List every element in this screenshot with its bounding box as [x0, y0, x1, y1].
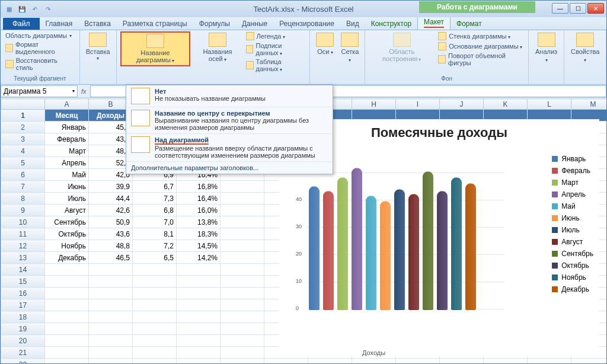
bar-1[interactable]	[323, 191, 334, 310]
group-label-background: Фон	[369, 75, 524, 84]
undo-icon[interactable]: ↶	[30, 4, 40, 14]
data-labels-icon	[246, 45, 254, 53]
data-table-button[interactable]: Таблица данных	[245, 58, 306, 73]
legend-item[interactable]: Июнь	[552, 214, 593, 222]
picture-icon	[89, 33, 107, 47]
axes-button[interactable]: Оси	[314, 31, 336, 57]
gridlines-icon	[341, 33, 359, 47]
fx-label[interactable]: fx	[78, 88, 90, 95]
legend-item[interactable]: Ноябрь	[552, 273, 593, 282]
tab-insert[interactable]: Вставка	[78, 18, 117, 30]
insert-button[interactable]: Вставка▾	[84, 31, 113, 63]
col-header[interactable]: K	[484, 99, 528, 110]
reset-style[interactable]: Восстановить стиль	[4, 56, 76, 72]
legend-item[interactable]: Январь	[552, 155, 593, 163]
tab-home[interactable]: Главная	[40, 18, 79, 30]
legend-item[interactable]: Июль	[552, 226, 593, 234]
tab-page[interactable]: Разметка страницы	[117, 18, 193, 30]
axis-titles-icon	[209, 33, 226, 47]
bar-2[interactable]	[337, 177, 348, 310]
axis-titles-button[interactable]: Названия осей	[193, 31, 242, 64]
axes-icon	[316, 33, 334, 47]
format-selection[interactable]: Формат выделенного	[4, 40, 76, 56]
tab-format[interactable]: Формат	[451, 18, 488, 30]
analysis-icon	[538, 33, 555, 47]
chart-title-icon	[146, 34, 164, 48]
none-icon	[131, 88, 150, 104]
plot-area: 01020304050	[297, 173, 504, 321]
bar-4[interactable]	[366, 196, 376, 310]
plot-area-icon	[393, 33, 411, 47]
bar-5[interactable]	[380, 201, 391, 310]
chart-title-button[interactable]: Название диаграммы	[120, 31, 191, 66]
excel-icon: ▦	[4, 4, 14, 14]
group-label-selection: Текущий фрагмент	[4, 75, 76, 84]
floor-icon	[438, 42, 446, 50]
tab-file[interactable]: Файл	[3, 18, 40, 30]
data-table-icon	[246, 61, 254, 69]
properties-button[interactable]: Свойства	[568, 31, 602, 65]
legend-item[interactable]: Май	[552, 202, 593, 210]
bar-0[interactable]	[309, 186, 320, 310]
legend-icon	[246, 32, 254, 40]
wall-icon	[438, 32, 446, 40]
legend-item[interactable]: Февраль	[552, 167, 593, 175]
dd-option-none[interactable]: НетНе показывать название диаграммы	[126, 85, 333, 107]
col-header[interactable]: J	[440, 99, 484, 110]
chart-floor-button[interactable]: Основание диаграммы	[437, 41, 525, 51]
legend-item[interactable]: Декабрь	[552, 285, 593, 293]
bar-3[interactable]	[352, 168, 362, 310]
bar-9[interactable]	[437, 191, 448, 310]
tab-view[interactable]: Вид	[340, 18, 365, 30]
legend-item[interactable]: Сентябрь	[552, 250, 593, 258]
redo-icon[interactable]: ↷	[43, 4, 53, 14]
legend-button[interactable]: Легенда	[245, 31, 306, 41]
titlebar: ▦ 💾 ↶ ↷ TectArk.xlsx - Microsoft Excel Р…	[1, 1, 606, 17]
tab-formulas[interactable]: Формулы	[193, 18, 236, 30]
chart-legend[interactable]: ЯнварьФевральМартАпрельМайИюньИюльАвгуст…	[552, 155, 593, 293]
plot-area-button: Область построения	[369, 31, 435, 64]
chart-wall-button[interactable]: Стенка диаграммы	[437, 31, 525, 41]
maximize-button[interactable]: ☐	[570, 3, 586, 14]
centered-icon	[131, 110, 150, 126]
gridlines-button[interactable]: Сетка	[338, 31, 361, 65]
col-header[interactable]: M	[571, 99, 608, 110]
x-axis-label: Доходы	[362, 349, 385, 356]
dd-option-above[interactable]: Над диаграммойРазмещение названия вверху…	[126, 134, 333, 162]
rotation-3d-button[interactable]: Поворот объемной фигуры	[437, 52, 525, 67]
chart-area-select[interactable]: Область диаграммы▾	[4, 31, 76, 40]
col-header[interactable]: L	[528, 99, 571, 110]
tab-design[interactable]: Конструктор	[365, 18, 417, 30]
window-title: TectArk.xlsx - Microsoft Excel	[253, 5, 353, 14]
close-button[interactable]: ✕	[587, 3, 604, 14]
legend-item[interactable]: Апрель	[552, 190, 593, 199]
above-icon	[131, 136, 150, 153]
tab-data[interactable]: Данные	[236, 18, 273, 30]
tab-review[interactable]: Рецензирование	[273, 18, 340, 30]
legend-item[interactable]: Март	[552, 178, 593, 187]
bar-10[interactable]	[451, 177, 462, 310]
name-box[interactable]: Диаграмма 5▾	[1, 85, 78, 97]
bar-6[interactable]	[394, 189, 405, 310]
ribbon: Область диаграммы▾ Формат выделенного Во…	[1, 30, 606, 85]
bar-11[interactable]	[465, 183, 476, 310]
rotation-icon	[438, 55, 446, 63]
legend-item[interactable]: Август	[552, 238, 593, 246]
col-header[interactable]: H	[352, 99, 396, 110]
dd-more-options[interactable]: Дополнительные параметры заголовков...	[126, 162, 333, 174]
chart-title-dropdown: НетНе показывать название диаграммы Назв…	[126, 85, 333, 174]
tab-layout[interactable]: Макет	[417, 15, 451, 30]
data-labels-button[interactable]: Подписи данных	[245, 41, 306, 57]
minimize-button[interactable]: —	[552, 3, 568, 14]
col-header[interactable]: A	[45, 99, 89, 110]
save-icon[interactable]: 💾	[17, 4, 27, 14]
legend-item[interactable]: Октябрь	[552, 261, 593, 270]
bar-8[interactable]	[423, 171, 433, 310]
col-header[interactable]: I	[396, 99, 440, 110]
dd-option-centered[interactable]: Название по центру с перекрытиемВыравнив…	[126, 107, 333, 134]
ribbon-tabs: Файл Главная Вставка Разметка страницы Ф…	[1, 17, 606, 30]
bar-7[interactable]	[408, 194, 419, 310]
analysis-button[interactable]: Анализ	[532, 31, 560, 65]
properties-icon	[576, 33, 594, 47]
chart-tools-header: Работа с диаграммами	[419, 1, 535, 13]
